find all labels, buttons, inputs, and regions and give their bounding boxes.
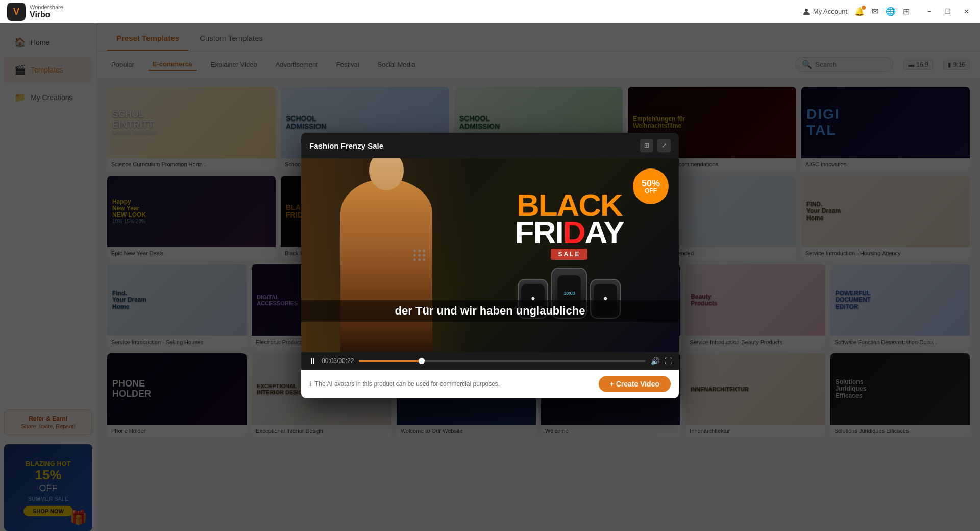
presenter-head xyxy=(369,158,404,190)
modal-footer: ℹ The AI avatars in this product can be … xyxy=(301,370,679,398)
restore-button[interactable]: ❐ xyxy=(940,7,955,17)
notifications-icon[interactable]: 🔔 xyxy=(854,7,865,16)
mail-icon[interactable]: ✉ xyxy=(872,7,878,16)
expand-button[interactable]: ⤢ xyxy=(657,139,671,152)
video-friday-text: FRIDAY xyxy=(515,219,624,246)
modal-overlay: Fashion Frenzy Sale ⊞ ⤢ BLACK xyxy=(0,0,980,531)
grid-icon[interactable]: ⊞ xyxy=(903,7,910,16)
account-icon xyxy=(802,8,811,16)
decorative-dots xyxy=(413,250,425,261)
pause-button[interactable]: ⏸ xyxy=(308,356,316,366)
ai-notice-text: The AI avatars in this product can be us… xyxy=(315,380,500,388)
modal-title: Fashion Frenzy Sale xyxy=(309,141,383,150)
progress-fill xyxy=(359,360,422,362)
modal-header-icons: ⊞ ⤢ xyxy=(640,139,671,152)
presenter-body xyxy=(340,179,432,352)
discount-badge: 50% OFF xyxy=(633,168,669,204)
time-display: 00:03/00:22 xyxy=(322,357,354,365)
brand-product: Virbo xyxy=(30,10,63,19)
sale-tag: SALE xyxy=(551,249,587,260)
subtitle-text: der Tür und wir haben unglaubliche xyxy=(395,304,585,317)
volume-button[interactable]: 🔊 xyxy=(651,357,659,365)
video-modal: Fashion Frenzy Sale ⊞ ⤢ BLACK xyxy=(301,133,679,398)
minimize-button[interactable]: − xyxy=(922,7,937,17)
subtitle-bar: der Tür und wir haben unglaubliche xyxy=(301,300,679,322)
presenter-area xyxy=(301,158,471,352)
video-preview: BLACK FRIDAY SALE ⌚ 10:08 ⌚ xyxy=(301,158,679,352)
modal-header: Fashion Frenzy Sale ⊞ ⤢ xyxy=(301,133,679,158)
info-icon: ℹ xyxy=(309,380,312,388)
close-button[interactable]: ✕ xyxy=(959,7,974,17)
badge-percent: 50% xyxy=(642,179,660,188)
create-video-button[interactable]: + Create Video xyxy=(599,376,671,392)
titlebar-actions: My Account 🔔 ✉ 🌐 ⊞ − ❐ ✕ xyxy=(802,7,974,17)
logo-icon: V xyxy=(7,3,26,21)
language-icon[interactable]: 🌐 xyxy=(886,7,896,16)
my-account-button[interactable]: My Account xyxy=(802,8,847,16)
progress-handle[interactable] xyxy=(419,358,425,364)
logo-text: Wondershare Virbo xyxy=(30,4,63,19)
progress-bar[interactable] xyxy=(359,360,646,362)
app-logo: V Wondershare Virbo xyxy=(0,0,97,23)
svg-point-0 xyxy=(805,9,808,12)
fullscreen-button[interactable]: ⛶ xyxy=(665,357,672,365)
ai-notice: ℹ The AI avatars in this product can be … xyxy=(309,380,500,388)
badge-off: OFF xyxy=(645,188,657,194)
brand-name: Wondershare xyxy=(30,4,63,10)
pip-button[interactable]: ⊞ xyxy=(640,139,653,152)
titlebar: V Wondershare Virbo My Account 🔔 ✉ 🌐 ⊞ −… xyxy=(0,0,980,23)
video-controls: ⏸ 00:03/00:22 🔊 ⛶ xyxy=(301,352,679,370)
window-controls: − ❐ ✕ xyxy=(922,7,974,17)
